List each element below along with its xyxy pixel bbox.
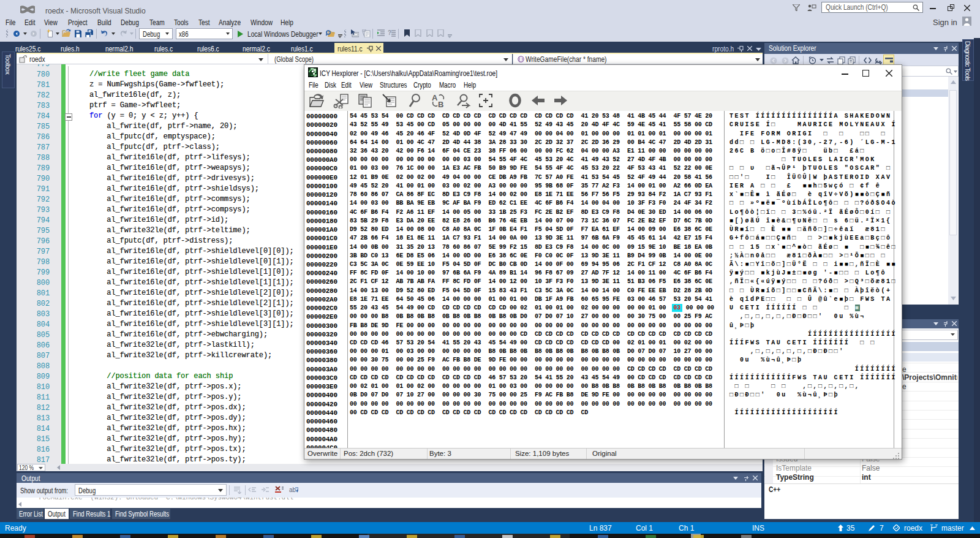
svg-text:ab: ab xyxy=(289,487,296,493)
svg-text:B: B xyxy=(438,100,443,108)
svg-text:A: A xyxy=(432,93,438,102)
svg-text:?: ? xyxy=(388,29,391,36)
